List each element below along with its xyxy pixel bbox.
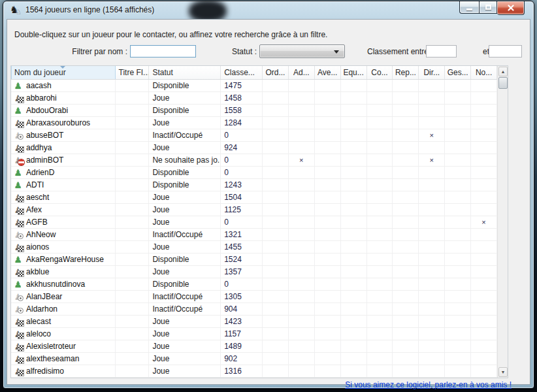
- player-ave-cell: [315, 253, 341, 265]
- player-status-cell: Disponible: [149, 253, 221, 265]
- minimize-button[interactable]: [459, 1, 479, 14]
- table-row[interactable]: ♟akkhusnutdinovaDisponible0: [11, 278, 497, 291]
- player-name-cell: ♟alfredisimo: [11, 365, 116, 377]
- table-row[interactable]: ♟AhNeowInactif/Occupé1321: [11, 229, 497, 241]
- window-title: 1564 joueurs en ligne (1564 affichés): [25, 5, 154, 14]
- player-ave-cell: [315, 303, 341, 315]
- table-row[interactable]: ♟addhyaJoue924: [11, 142, 497, 154]
- player-ord-cell: [263, 328, 289, 340]
- player-equ-cell: [341, 216, 367, 228]
- player-dir-cell: ×: [419, 154, 445, 166]
- player-name-cell: ♟AbdouOrabi: [11, 105, 116, 116]
- column-header-ges[interactable]: Ges...: [445, 66, 471, 79]
- scrollbar-thumb[interactable]: [498, 77, 508, 89]
- player-title-cell: [116, 92, 150, 104]
- player-rep-cell: [393, 129, 419, 141]
- scroll-up-button[interactable]: ▲: [498, 67, 508, 76]
- player-name-cell: ♟aleloco: [11, 328, 116, 340]
- player-rep-cell: [393, 142, 419, 154]
- player-co-cell: [367, 241, 393, 253]
- player-rating-cell: 0: [221, 216, 263, 228]
- player-status-cell: Joue: [149, 365, 221, 377]
- player-ave-cell: [315, 229, 341, 240]
- player-co-cell: [367, 191, 393, 203]
- player-status-cell: Inactif/Occupé: [149, 229, 221, 240]
- table-row[interactable]: ♟alextheseamanJoue902: [11, 353, 497, 365]
- player-rep-cell: [393, 303, 419, 315]
- player-dir-cell: [419, 204, 445, 216]
- table-row[interactable]: ♟AlanJBearInactif/Occupé1305: [11, 291, 497, 303]
- table-row[interactable]: ♟AbraxasouroburosJoue1284: [11, 117, 497, 129]
- table-row[interactable]: ♟alecastJoue1423: [11, 316, 497, 328]
- column-header-equ[interactable]: Equ...: [341, 66, 367, 79]
- player-dir-cell: [419, 365, 445, 377]
- column-header-ave[interactable]: Ave...: [315, 66, 341, 79]
- rating-max-input[interactable]: [489, 45, 522, 57]
- player-ad-cell: [289, 129, 315, 141]
- player-title-cell: [116, 80, 150, 91]
- player-name: Afex: [26, 204, 42, 216]
- player-ord-cell: [263, 303, 289, 315]
- scroll-down-button[interactable]: ▼: [498, 367, 508, 377]
- close-button[interactable]: [497, 1, 525, 15]
- table-row[interactable]: ♟alelocoJoue1157: [11, 328, 497, 340]
- player-ord-cell: [263, 191, 289, 203]
- table-row[interactable]: ♟AdrienDDisponible0: [11, 167, 497, 179]
- player-no-cell: [471, 340, 497, 352]
- column-header-ord[interactable]: Ord...: [263, 66, 289, 79]
- table-row[interactable]: ♟abbarohiJoue1458: [11, 92, 497, 105]
- table-row[interactable]: ♟AlexisletroteurJoue1489: [11, 340, 497, 353]
- player-no-cell: [471, 253, 497, 265]
- table-row[interactable]: ♟adminBOTNe souhaite pas jo...0××: [11, 154, 497, 167]
- table-row[interactable]: ♟abuseBOTInactif/Occupé0×: [11, 129, 497, 142]
- column-header-ad[interactable]: Ad...: [289, 66, 315, 79]
- player-no-cell: [471, 105, 497, 116]
- column-header-dir[interactable]: Dir...: [419, 66, 445, 79]
- column-header-co[interactable]: Co...: [367, 66, 393, 79]
- player-name: AGFB: [26, 216, 48, 228]
- column-header-statut[interactable]: Statut: [149, 66, 221, 79]
- table-row[interactable]: ♟akblueJoue1357: [11, 266, 497, 278]
- table-row[interactable]: ♟AldarhonInactif/Occupé904: [11, 303, 497, 316]
- player-rating-cell: 1504: [221, 191, 263, 203]
- table-row[interactable]: ♟AfexJoue1125: [11, 204, 497, 216]
- player-name-cell: ♟addhya: [11, 142, 116, 154]
- table-row[interactable]: ♟alfredisimoJoue1316: [11, 365, 497, 378]
- table-row[interactable]: ♟aeschtJoue1504: [11, 191, 497, 204]
- player-name: aleloco: [26, 328, 51, 340]
- filter-name-input[interactable]: [130, 45, 196, 57]
- player-status-cell: Joue: [149, 142, 221, 154]
- vertical-scrollbar[interactable]: ▲ ▼: [497, 66, 508, 378]
- rating-min-input[interactable]: [426, 45, 457, 57]
- player-status-cell: Disponible: [149, 105, 221, 116]
- table-row[interactable]: ♟AGFBJoue0×: [11, 216, 497, 229]
- player-status-cell: Joue: [149, 191, 221, 203]
- table-row[interactable]: ♟ADTIDisponible1243: [11, 179, 497, 191]
- column-header-nom-du-joueur[interactable]: Nom du joueur: [11, 66, 116, 79]
- column-header-titre-fide[interactable]: Titre FI...: [116, 66, 150, 79]
- player-ges-cell: [445, 105, 471, 116]
- table-header: Nom du joueurTitre FI...StatutClasse...O…: [11, 66, 508, 80]
- share-link[interactable]: Si vous aimez ce logiciel, parlez-en à v…: [345, 380, 512, 389]
- player-ges-cell: [445, 353, 471, 365]
- column-header-classement[interactable]: Classe...: [221, 66, 263, 79]
- player-name: alfredisimo: [26, 365, 64, 377]
- table-row[interactable]: ♟AbdouOrabiDisponible1558: [11, 105, 497, 117]
- player-title-cell: [116, 117, 150, 129]
- player-ad-cell: [289, 80, 315, 91]
- table-row[interactable]: ♟aionosJoue1455: [11, 241, 497, 253]
- player-ges-cell: [445, 253, 471, 265]
- player-name-cell: ♟Abraxasouroburos: [11, 117, 116, 129]
- table-row[interactable]: ♟aacashDisponible1475: [11, 80, 497, 92]
- player-ad-cell: [289, 353, 315, 365]
- player-ad-cell: [289, 117, 315, 129]
- maximize-button[interactable]: [479, 1, 497, 14]
- status-select[interactable]: [259, 44, 345, 58]
- column-header-rep[interactable]: Rep...: [393, 66, 419, 79]
- player-status-cell: Joue: [149, 340, 221, 352]
- table-row[interactable]: ♟AkaRengaWareHouseDisponible1524: [11, 253, 497, 266]
- title-bar: ♞♘ 1564 joueurs en ligne (1564 affichés): [3, 1, 534, 19]
- player-equ-cell: [341, 142, 367, 154]
- player-co-cell: [367, 129, 393, 141]
- column-header-no[interactable]: No...: [471, 66, 497, 79]
